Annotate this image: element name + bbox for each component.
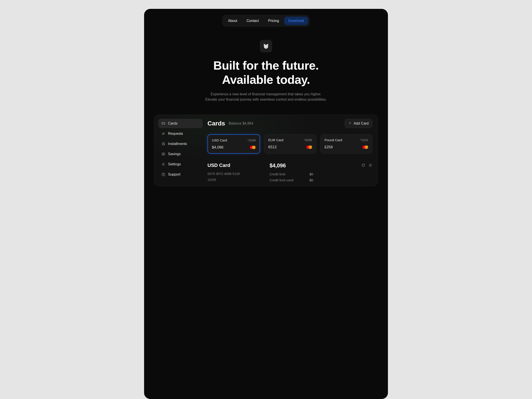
svg-point-2 — [265, 46, 265, 46]
card-masked: *4096 — [304, 138, 312, 142]
mastercard-icon — [306, 145, 312, 149]
card-amount: $4,096 — [212, 145, 223, 150]
gear-icon — [161, 162, 165, 166]
nav-about[interactable]: About — [224, 17, 241, 25]
card-usd[interactable]: USD Card *2048 $4,096 — [208, 134, 260, 154]
card-amount: £256 — [324, 145, 333, 149]
card-name: EUR Card — [268, 138, 283, 142]
cards-row: USD Card *2048 $4,096 EUR Card *4096 €51… — [208, 134, 372, 154]
detail-row-label: Credit limit used — [270, 178, 310, 182]
svg-point-11 — [163, 175, 164, 176]
svg-point-14 — [370, 165, 371, 166]
card-name: Pound Card — [324, 138, 342, 142]
add-card-button[interactable]: Add Card — [344, 119, 372, 128]
detail-row-label: Credit limit — [270, 172, 310, 176]
card-detail-left: USD Card 5375 3072 4096 5120 12/29 — [208, 163, 256, 182]
hero-title: Built for the future. Available today. — [213, 58, 318, 87]
safe-icon — [161, 152, 165, 156]
card-masked: *2048 — [248, 139, 256, 142]
dashboard-panel: Cards Requests Installments Savings — [154, 115, 378, 186]
mastercard-icon — [362, 145, 368, 149]
card-masked: *1024 — [360, 138, 368, 142]
svg-rect-7 — [162, 153, 165, 155]
sidebar-item-cards[interactable]: Cards — [158, 119, 203, 128]
settings-button[interactable] — [368, 163, 372, 168]
svg-point-9 — [163, 164, 164, 165]
svg-point-3 — [267, 46, 267, 46]
main-content: Cards Balance $4,864 Add Card USD Card *… — [208, 119, 374, 182]
page-title: Cards — [208, 120, 225, 127]
plus-icon — [348, 121, 352, 126]
card-eur[interactable]: EUR Card *4096 €512 — [264, 134, 316, 154]
top-nav: About Contact Pricing Download — [222, 15, 310, 27]
hero-subtitle: Experience a new level of financial mana… — [205, 92, 327, 102]
detail-row: Credit limit used $0 — [270, 178, 372, 182]
app-logo — [260, 40, 272, 52]
card-icon — [161, 121, 165, 126]
add-card-label: Add Card — [354, 121, 369, 126]
app-window: About Contact Pricing Download Built for… — [144, 9, 388, 399]
detail-row-value: $0 — [310, 172, 313, 176]
detail-row: Credit limit $0 — [270, 172, 372, 176]
card-detail: USD Card 5375 3072 4096 5120 12/29 $4,09… — [208, 163, 372, 182]
refresh-button[interactable] — [361, 163, 365, 168]
detail-card-name: USD Card — [208, 163, 256, 168]
sidebar-item-label: Installments — [168, 142, 187, 146]
card-detail-right: $4,096 Credit limit — [270, 163, 372, 182]
detail-card-expiry: 12/29 — [208, 178, 256, 182]
main-header: Cards Balance $4,864 Add Card — [208, 119, 372, 128]
sidebar-item-label: Savings — [168, 152, 181, 156]
balance-label: Balance $4,864 — [228, 121, 253, 126]
transfer-icon — [161, 132, 165, 136]
sidebar-item-support[interactable]: Support — [158, 170, 203, 179]
sidebar: Cards Requests Installments Savings — [158, 119, 203, 182]
sidebar-item-settings[interactable]: Settings — [158, 160, 203, 169]
sidebar-item-label: Requests — [168, 132, 183, 136]
detail-card-number: 5375 3072 4096 5120 — [208, 172, 256, 176]
sidebar-item-label: Cards — [168, 121, 177, 126]
sidebar-item-label: Settings — [168, 162, 181, 166]
detail-amount: $4,096 — [270, 163, 286, 169]
sidebar-item-installments[interactable]: Installments — [158, 139, 203, 149]
nav-pricing[interactable]: Pricing — [264, 17, 283, 25]
svg-point-8 — [163, 154, 164, 155]
sidebar-item-label: Support — [168, 172, 180, 177]
mastercard-icon — [250, 146, 256, 149]
card-name: USD Card — [212, 138, 227, 142]
nav-contact[interactable]: Contact — [242, 17, 263, 25]
sidebar-item-requests[interactable]: Requests — [158, 129, 203, 138]
help-icon — [161, 172, 165, 177]
pie-icon — [161, 142, 165, 146]
detail-row-value: $0 — [310, 178, 313, 182]
sidebar-item-savings[interactable]: Savings — [158, 149, 203, 159]
card-pound[interactable]: Pound Card *1024 £256 — [320, 134, 372, 154]
nav-download[interactable]: Download — [284, 17, 308, 25]
svg-rect-4 — [162, 123, 165, 125]
card-amount: €512 — [268, 145, 277, 149]
